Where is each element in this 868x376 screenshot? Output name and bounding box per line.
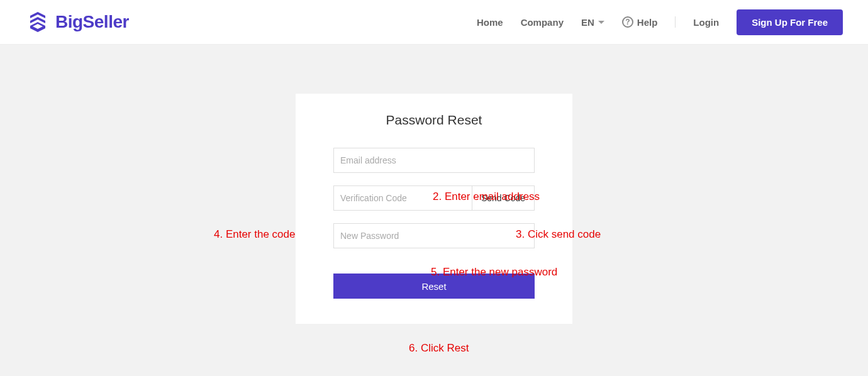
main: Password Reset Send Code Reset 2. Enter …	[0, 45, 868, 324]
annotation-enter-code: 4. Enter the code	[214, 228, 295, 241]
email-input[interactable]	[334, 148, 534, 172]
annotation-click-reset: 6. Click Rest	[409, 342, 469, 355]
email-group	[333, 148, 535, 173]
password-group	[333, 223, 535, 248]
logo-icon	[25, 9, 50, 35]
annotation-enter-email: 2. Enter email address	[433, 191, 540, 203]
new-password-input[interactable]	[334, 224, 534, 248]
help-label: Help	[637, 17, 658, 28]
card-title: Password Reset	[333, 113, 535, 128]
nav-home[interactable]: Home	[477, 17, 503, 28]
divider	[675, 16, 676, 28]
password-input-wrap	[333, 223, 535, 248]
nav-company[interactable]: Company	[521, 17, 564, 28]
signup-button[interactable]: Sign Up For Free	[737, 9, 843, 35]
logo[interactable]: BigSeller	[25, 9, 129, 35]
header: BigSeller Home Company EN ? Help Login S…	[0, 0, 868, 45]
help-icon: ?	[622, 16, 633, 28]
language-select[interactable]: EN	[581, 17, 604, 28]
nav: Home Company EN ? Help Login Sign Up For…	[477, 9, 843, 35]
language-label: EN	[581, 17, 594, 28]
annotation-enter-password: 5. Enter the new password	[431, 266, 557, 279]
annotation-click-send-code: 3. Cick send code	[516, 228, 601, 241]
nav-help[interactable]: ? Help	[622, 16, 658, 28]
chevron-down-icon	[598, 21, 604, 24]
logo-text: BigSeller	[55, 12, 129, 32]
email-input-wrap	[333, 148, 535, 173]
nav-login[interactable]: Login	[693, 17, 719, 28]
password-reset-card: Password Reset Send Code Reset	[296, 94, 572, 324]
